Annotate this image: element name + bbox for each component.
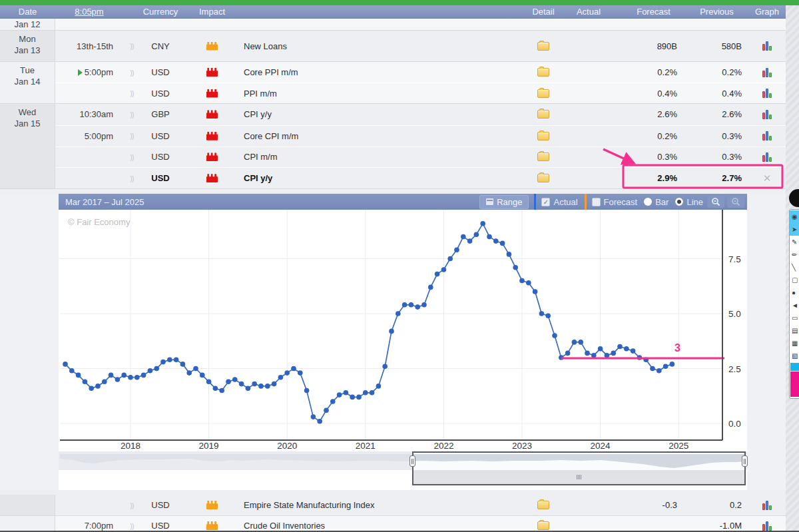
day-block-jan-13: MonJan 1313th-15th))CNYNew Loans890B580B xyxy=(0,31,786,62)
camera-icon[interactable]: ▦ xyxy=(790,337,799,350)
dot-icon[interactable]: ● xyxy=(790,286,799,299)
graph-cell xyxy=(748,110,786,119)
date-cell: WedJan 15 xyxy=(0,104,55,188)
date-cell: TueJan 14 xyxy=(0,62,55,103)
event-forecast: -0.3 xyxy=(622,500,685,510)
pink-level-label: 3 xyxy=(674,342,680,354)
actual-checkbox[interactable]: ✓ xyxy=(541,198,550,206)
magenta-color-swatch[interactable] xyxy=(790,372,799,397)
column-header-previous: Previous xyxy=(685,7,748,17)
event-time: 13th-15th xyxy=(55,41,123,51)
forecast-toggle[interactable]: Forecast xyxy=(592,197,638,207)
date-cell: MonJan 13 xyxy=(0,31,55,61)
detail-folder-icon[interactable] xyxy=(537,152,549,161)
separator-blue xyxy=(534,194,536,210)
detail-folder-icon[interactable] xyxy=(537,132,549,140)
column-header-currency: Currency xyxy=(140,7,180,17)
detail-folder-icon[interactable] xyxy=(537,110,549,119)
gap-band xyxy=(0,189,786,194)
bar-label: Bar xyxy=(655,197,668,207)
date-cell-empty xyxy=(0,516,55,532)
column-header-date: Date xyxy=(0,7,55,17)
line-mode-radio[interactable]: Line xyxy=(675,197,703,207)
chart-navigator[interactable] xyxy=(59,451,747,485)
impact-red-icon xyxy=(206,68,218,77)
x-axis-label: 2021 xyxy=(356,441,376,450)
detail-folder-icon[interactable] xyxy=(537,521,549,530)
detail-folder-icon[interactable] xyxy=(537,89,549,98)
detail-folder-icon[interactable] xyxy=(537,42,549,51)
event-time: 7:00pm xyxy=(55,521,123,531)
chart-watermark: © Fair Economy xyxy=(68,217,131,227)
line-icon[interactable]: ╲ xyxy=(790,261,799,274)
event-currency: CNY xyxy=(140,41,180,51)
eye-icon[interactable]: ◉ xyxy=(790,210,799,223)
close-graph-icon[interactable]: ✕ xyxy=(763,172,772,184)
x-axis-label: 2023 xyxy=(512,441,532,450)
chart-left-spacer xyxy=(0,194,59,490)
arrow-icon[interactable]: ◄ xyxy=(790,299,799,312)
chart-band: Mar 2017 – Jul 2025 Range ✓ Actual Forec… xyxy=(0,194,786,490)
event-time: 5:00pm xyxy=(55,131,123,141)
event-forecast: 890B xyxy=(622,41,685,51)
bar-mode-radio[interactable]: Bar xyxy=(644,197,668,207)
impact-cell xyxy=(180,132,244,140)
graph-bars-icon[interactable] xyxy=(762,41,772,51)
calendar-day-blocks: Jan 12MonJan 1313th-15th))CNYNew Loans89… xyxy=(0,19,786,189)
graph-bars-icon[interactable] xyxy=(762,68,772,77)
impact-cell xyxy=(180,89,244,98)
current-time-link[interactable]: 8:05pm xyxy=(55,7,123,17)
event-forecast: 2.6% xyxy=(622,109,685,119)
actual-toggle[interactable]: ✓ Actual xyxy=(541,197,577,207)
impact-red-icon xyxy=(206,132,218,140)
impact-red-icon xyxy=(206,89,218,98)
detail-cell xyxy=(531,174,555,182)
chart-plot-area: © Fair Economy32018201920202021202220232… xyxy=(59,210,747,451)
impact-cell xyxy=(180,152,244,161)
graph-cell xyxy=(748,131,786,140)
graph-bars-icon[interactable] xyxy=(762,131,772,140)
day-rows: 10:30am))GBPCPI y/y2.6%2.6%5:00pm))USDCo… xyxy=(55,104,786,188)
graph-bars-icon[interactable] xyxy=(762,152,772,162)
eraser-icon[interactable]: ▭ xyxy=(790,312,799,324)
shapes-icon[interactable]: ▢ xyxy=(790,274,799,286)
detail-folder-icon[interactable] xyxy=(537,501,549,509)
alert-speaker-icon: )) xyxy=(123,42,140,50)
pen-icon[interactable]: ✎ xyxy=(790,236,799,248)
detail-cell xyxy=(531,68,555,77)
event-forecast: 0.2% xyxy=(622,131,685,141)
graph-bars-icon[interactable] xyxy=(762,501,772,510)
detail-folder-icon[interactable] xyxy=(537,174,549,182)
column-header-forecast: Forecast xyxy=(622,7,685,17)
day-block-continued: ))USDEmpire State Manufacturing Index-0.… xyxy=(0,495,786,516)
event-currency: USD xyxy=(140,67,180,77)
alert-speaker-icon: )) xyxy=(123,501,140,509)
notes-icon[interactable]: ▧ xyxy=(790,350,799,362)
date-cell-empty xyxy=(0,495,55,515)
clipboard-icon[interactable]: ▤ xyxy=(790,324,799,337)
detail-folder-icon[interactable] xyxy=(537,68,549,77)
line-radio-button[interactable] xyxy=(675,198,683,206)
event-previous: 2.7% xyxy=(685,173,748,183)
x-axis-label: 2019 xyxy=(199,441,219,450)
navigator-left-handle[interactable] xyxy=(409,455,415,467)
scroll-grip-icon xyxy=(577,475,581,479)
range-button[interactable]: Range xyxy=(479,195,529,209)
highlighter-icon[interactable]: ✏ xyxy=(790,248,799,261)
graph-bars-icon[interactable] xyxy=(762,89,772,98)
day-date: Jan 14 xyxy=(0,76,55,87)
y-axis-label: 7.5 xyxy=(728,254,741,264)
cyan-color-swatch[interactable] xyxy=(790,363,799,371)
upcoming-marker-icon xyxy=(78,69,83,76)
graph-bars-icon[interactable] xyxy=(762,110,772,119)
forecast-checkbox[interactable] xyxy=(592,198,601,206)
graph-bars-icon[interactable] xyxy=(762,521,772,531)
cursor-icon[interactable]: ➤ xyxy=(790,223,799,236)
bar-radio-button[interactable] xyxy=(644,198,652,206)
navigator-scroll-track[interactable] xyxy=(413,470,744,484)
zoom-in-button[interactable] xyxy=(707,196,724,208)
chart-panel-footer xyxy=(59,485,747,490)
impact-orange-icon xyxy=(206,521,218,530)
navigator-right-handle[interactable] xyxy=(742,455,748,467)
zoom-out-button[interactable] xyxy=(727,196,744,208)
